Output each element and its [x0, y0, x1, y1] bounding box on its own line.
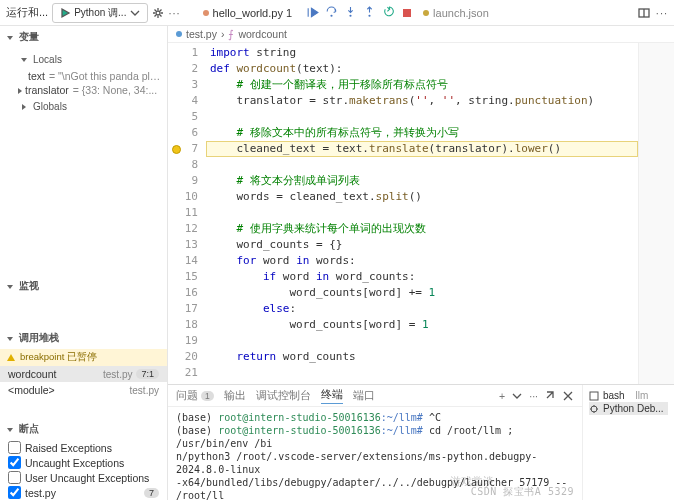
step-over-icon[interactable] — [325, 6, 338, 19]
code-editor[interactable]: import stringdef wordcount(text): # 创建一个… — [206, 43, 638, 384]
maximize-icon[interactable] — [544, 390, 556, 402]
svg-rect-6 — [590, 392, 598, 400]
debug-start-button[interactable]: Python 调... — [52, 3, 148, 23]
more-icon[interactable]: ··· — [168, 7, 180, 19]
tab-terminal[interactable]: 终端 — [321, 388, 343, 404]
chevron-down-icon[interactable] — [511, 390, 523, 402]
breakpoint-label: Raised Exceptions — [25, 442, 112, 454]
breakpoints-header[interactable]: 断点 — [0, 418, 167, 440]
breakpoint-checkbox[interactable] — [8, 486, 21, 499]
debug-sidebar: 变量 Locals text= "\nGot this panda plu...… — [0, 26, 168, 500]
breakpoint-label: User Uncaught Exceptions — [25, 472, 149, 484]
minimap[interactable] — [638, 43, 674, 384]
json-file-icon — [423, 10, 429, 16]
breakpoint-item[interactable]: Raised Exceptions — [0, 440, 167, 455]
debug-icon — [589, 404, 599, 414]
tab-ports[interactable]: 端口 — [353, 389, 375, 403]
play-icon — [59, 7, 71, 19]
new-terminal-icon[interactable]: + — [499, 390, 505, 402]
function-icon: ⨍ — [228, 28, 234, 40]
line-gutter[interactable]: 123456789101112131415161718192021 — [168, 43, 206, 384]
tab-debug-console[interactable]: 调试控制台 — [256, 389, 311, 403]
terminal-item[interactable]: bash llm — [589, 389, 668, 402]
breakpoint-checkbox[interactable] — [8, 456, 21, 469]
breakpoint-checkbox[interactable] — [8, 471, 21, 484]
debug-controls — [306, 6, 413, 19]
gear-icon[interactable] — [152, 7, 164, 19]
variable-row[interactable]: translator= {33: None, 34:... — [24, 83, 167, 97]
svg-rect-4 — [403, 9, 411, 17]
chevron-down-icon — [129, 7, 141, 19]
run-debug-label: 运行和... — [6, 5, 48, 20]
variables-header[interactable]: 变量 — [0, 26, 167, 48]
breakpoint-item[interactable]: test.py7 — [0, 485, 167, 500]
breakpoint-item[interactable]: Uncaught Exceptions — [0, 455, 167, 470]
locals-header[interactable]: Locals — [14, 50, 167, 69]
variable-row[interactable]: text= "\nGot this panda plu... — [24, 69, 167, 83]
tab-output[interactable]: 输出 — [224, 389, 246, 403]
terminal-item[interactable]: Python Deb... — [589, 402, 668, 415]
stop-icon[interactable] — [401, 7, 413, 19]
warning-icon — [6, 353, 16, 363]
breadcrumb[interactable]: test.py › ⨍ wordcount — [168, 26, 674, 43]
terminal-icon — [589, 391, 599, 401]
breakpoint-item[interactable]: User Uncaught Exceptions — [0, 470, 167, 485]
breakpoint-checkbox[interactable] — [8, 441, 21, 454]
breakpoint-label: Uncaught Exceptions — [25, 457, 124, 469]
restart-icon[interactable] — [382, 6, 395, 19]
tab-hello-world[interactable]: hello_world.py 1 — [195, 4, 301, 22]
tab-problems[interactable]: 问题1 — [176, 389, 214, 403]
split-icon[interactable] — [638, 7, 650, 19]
close-icon[interactable] — [562, 390, 574, 402]
terminal-body[interactable]: (base) root@intern-studio-50016136:~/llm… — [168, 407, 582, 500]
svg-point-0 — [156, 11, 160, 15]
panel-area: 问题1 输出 调试控制台 终端 端口 + ··· (base) root@int… — [168, 384, 674, 500]
more-icon[interactable]: ··· — [529, 390, 538, 402]
panel-tabs: 问题1 输出 调试控制台 终端 端口 + ··· — [168, 385, 582, 407]
editor-area: test.py › ⨍ wordcount 123456789101112131… — [168, 26, 674, 500]
watch-header[interactable]: 监视 — [0, 275, 167, 297]
svg-point-2 — [350, 15, 352, 17]
terminal-list: bash llm Python Deb... — [582, 385, 674, 500]
python-file-icon — [176, 31, 182, 37]
paused-message: breakpoint 已暂停 — [0, 349, 167, 366]
svg-point-1 — [331, 15, 333, 17]
step-into-icon[interactable] — [344, 6, 357, 19]
breakpoint-label: test.py — [25, 487, 56, 499]
continue-icon[interactable] — [306, 6, 319, 19]
python-file-icon — [203, 10, 209, 16]
globals-header[interactable]: Globals — [14, 97, 167, 116]
callstack-frame[interactable]: <module>test.py — [0, 382, 167, 398]
tab-launch-json[interactable]: launch.json — [415, 4, 497, 22]
callstack-header[interactable]: 调用堆栈 — [0, 327, 167, 349]
top-bar: 运行和... Python 调... ··· hello_world.py 1 … — [0, 0, 674, 26]
callstack-frame[interactable]: wordcounttest.py7:1 — [0, 366, 167, 382]
step-out-icon[interactable] — [363, 6, 376, 19]
svg-point-3 — [369, 15, 371, 17]
more-icon-2[interactable]: ··· — [656, 7, 668, 19]
